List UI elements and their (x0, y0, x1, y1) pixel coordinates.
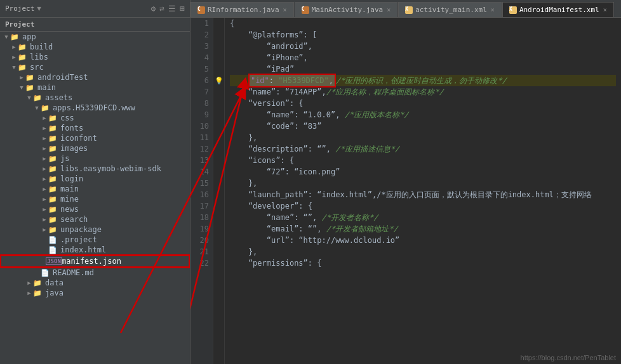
tree-arrow-fonts[interactable]: ▶ (41, 124, 48, 132)
tree-arrow-search[interactable]: ▶ (41, 216, 48, 223)
tree-item-project[interactable]: 📄.project (0, 235, 190, 245)
line-num-8: 8 (194, 98, 209, 109)
folder-icon-data: 📁 (33, 279, 42, 287)
tree-label-app: app (22, 32, 36, 41)
tree-item-main[interactable]: ▼📁main (0, 82, 190, 93)
tree-item-java[interactable]: ▶📁java (0, 288, 190, 298)
tree-arrow-iconfont[interactable]: ▶ (41, 134, 48, 142)
tree-arrow-assets[interactable]: ▼ (25, 94, 33, 101)
tree-item-readme[interactable]: 📄README.md (0, 268, 190, 278)
tree-arrow-libs[interactable]: ▶ (10, 53, 18, 61)
tree-item-data[interactable]: ▶📁data (0, 278, 190, 288)
tree-item-main2[interactable]: ▶📁main (0, 184, 190, 194)
folder-icon-login: 📁 (48, 175, 57, 183)
code-line-9: “name”: “1.0.0”, /*应用版本名称*/ (230, 109, 616, 120)
tab-main[interactable]: C MainActivity.java × (295, 2, 398, 17)
tree-label-build: build (30, 42, 53, 51)
folder-icon-fonts: 📁 (48, 124, 57, 132)
file-tree: ▼📁app▶📁build▶📁libs▼📁src▶📁androidTest▼📁ma… (0, 32, 190, 298)
tree-arrow-build[interactable]: ▶ (10, 43, 18, 51)
tree-item-src[interactable]: ▼📁src (0, 62, 190, 72)
tree-arrow-css[interactable]: ▶ (41, 114, 48, 122)
tree-item-news[interactable]: ▶📁news (0, 204, 190, 214)
tree-item-search[interactable]: ▶📁search (0, 214, 190, 224)
tree-item-mine[interactable]: ▶📁mine (0, 194, 190, 204)
line-num-21: 21 (194, 246, 209, 257)
tree-arrow-data[interactable]: ▶ (25, 279, 33, 287)
folder-icon-css: 📁 (48, 114, 57, 122)
tree-item-app[interactable]: ▼📁app (0, 32, 190, 42)
line-num-12: 12 (194, 143, 209, 155)
tree-item-androidTest[interactable]: ▶📁androidTest (0, 72, 190, 82)
gutter-18 (213, 212, 224, 223)
gutter-19 (213, 223, 224, 235)
expand-icon[interactable]: ⊞ (180, 4, 185, 13)
tree-arrow-java[interactable]: ▶ (25, 289, 33, 297)
tree-arrow-js[interactable]: ▶ (41, 155, 48, 162)
tree-item-iconfont[interactable]: ▶📁iconfont (0, 133, 190, 143)
sync-icon[interactable]: ⇄ (159, 4, 164, 13)
line-num-20: 20 (194, 235, 209, 246)
tree-item-js[interactable]: ▶📁js (0, 153, 190, 164)
tree-label-main: main (37, 83, 56, 92)
code-line-22: “permissions”: { (230, 257, 616, 269)
code-line-14: “72”: “icon.png” (230, 166, 616, 178)
tree-arrow-androidTest[interactable]: ▶ (18, 74, 25, 81)
folder-icon-assets: 📁 (33, 94, 42, 101)
tree-arrow-main[interactable]: ▼ (18, 84, 25, 91)
tree-label-src: src (30, 63, 44, 72)
code-content[interactable]: { “@platforms”: [ “android”, “iPhone”, “… (225, 18, 621, 364)
tree-arrow-apps[interactable]: ▼ (33, 104, 41, 112)
folder-icon-androidTest: 📁 (25, 74, 34, 81)
tab-xml[interactable]: X activity_main.xml × (398, 2, 502, 17)
line-num-19: 19 (194, 223, 209, 235)
tree-item-manifest-json[interactable]: JSONmanifest.json (0, 255, 190, 268)
config-icon[interactable]: ☰ (168, 4, 176, 13)
tab-rinfo-close[interactable]: × (283, 6, 287, 13)
tree-arrow-unpackage[interactable]: ▶ (41, 226, 48, 233)
folder-icon-apps: 📁 (41, 104, 50, 112)
dropdown-arrow[interactable]: ▼ (37, 4, 41, 13)
tree-arrow-news[interactable]: ▶ (41, 205, 48, 213)
sidebar: Project ▼📁app▶📁build▶📁libs▼📁src▶📁android… (0, 18, 190, 364)
tree-item-index-html[interactable]: 📄index.html (0, 245, 190, 255)
settings-icon[interactable]: ⚙ (151, 4, 156, 13)
tree-arrow-mine[interactable]: ▶ (41, 195, 48, 203)
tree-label-readme: README.md (53, 268, 94, 277)
main-area: Project ▼📁app▶📁build▶📁libs▼📁src▶📁android… (0, 18, 621, 364)
tree-arrow-src[interactable]: ▼ (10, 63, 18, 71)
tab-rinfo[interactable]: C RInformation.java × (190, 2, 294, 17)
tab-manifest-close[interactable]: × (603, 6, 607, 13)
file-icon-index-html: 📄 (48, 246, 57, 254)
gutter-20 (213, 235, 224, 246)
line-num-1: 1 (194, 18, 209, 29)
tree-item-libs[interactable]: ▶📁libs (0, 52, 190, 62)
gutter-1 (213, 18, 224, 29)
editor-area[interactable]: 12345678910111213141516171819202122 💡 { … (190, 18, 621, 364)
tree-label-unpackage: unpackage (60, 225, 102, 234)
title-bar: Project ▼ ⚙ ⇄ ☰ ⊞ C RInformation.java × … (0, 0, 621, 18)
tab-xml-close[interactable]: × (491, 6, 495, 13)
code-line-17: “developer”: { (230, 200, 616, 212)
tab-manifest[interactable]: X AndroidManifest.xml × (502, 2, 614, 17)
gutter-14 (213, 166, 224, 178)
tree-arrow-images[interactable]: ▶ (41, 145, 48, 152)
tab-main-close[interactable]: × (387, 6, 391, 13)
tree-item-build[interactable]: ▶📁build (0, 42, 190, 52)
tree-item-images[interactable]: ▶📁images (0, 143, 190, 153)
tree-item-fonts[interactable]: ▶📁fonts (0, 123, 190, 133)
tab-main-label: MainActivity.java (312, 6, 384, 14)
folder-icon-unpackage: 📁 (48, 226, 57, 233)
tree-item-libs-easy[interactable]: ▶📁libs.easymob-webim-sdk (0, 164, 190, 174)
tree-arrow-login[interactable]: ▶ (41, 175, 48, 183)
tree-item-assets[interactable]: ▼📁assets (0, 93, 190, 103)
tree-item-unpackage[interactable]: ▶📁unpackage (0, 224, 190, 235)
folder-icon-search: 📁 (48, 216, 57, 223)
tree-item-apps[interactable]: ▼📁apps.H5339DFCD.www (0, 103, 190, 113)
tree-arrow-libs-easy[interactable]: ▶ (41, 165, 48, 172)
tree-arrow-main2[interactable]: ▶ (41, 185, 48, 193)
folder-icon-iconfont: 📁 (48, 134, 57, 142)
tree-arrow-app[interactable]: ▼ (3, 33, 10, 41)
tree-item-login[interactable]: ▶📁login (0, 174, 190, 184)
tree-item-css[interactable]: ▶📁css (0, 113, 190, 123)
